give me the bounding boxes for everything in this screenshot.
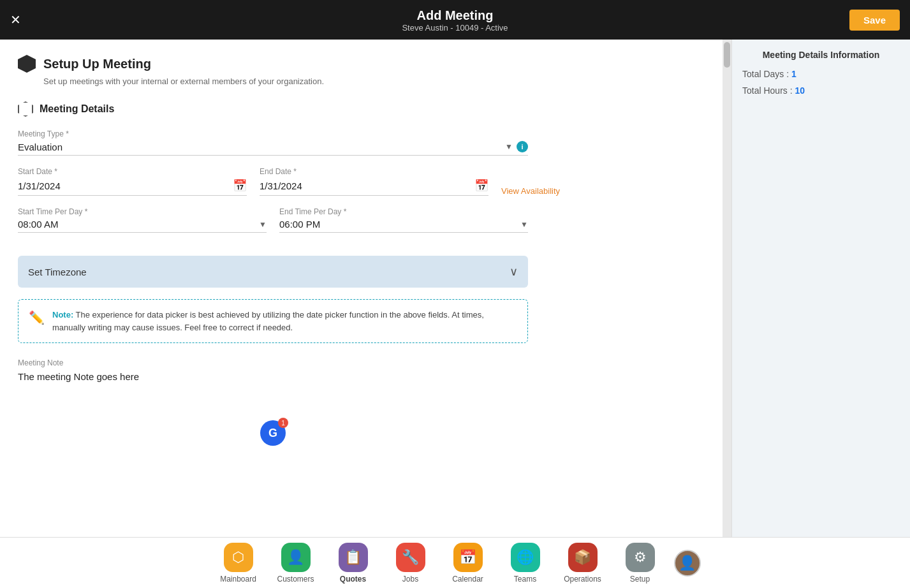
quotes-icon-wrap: 📋 (339, 543, 368, 572)
sidebar-heading: Meeting Details Information (742, 50, 900, 60)
note-text: Note: The experience for data picker is … (52, 309, 517, 334)
total-days-row: Total Days : 1 (742, 69, 900, 79)
setup-title: Setup Up Meeting (43, 57, 151, 71)
nav-item-setup[interactable]: ⚙ Setup (612, 543, 669, 584)
start-date-input[interactable] (18, 180, 229, 191)
right-sidebar: Meeting Details Information Total Days :… (731, 40, 910, 537)
start-time-dropdown-icon: ▼ (259, 220, 267, 229)
grammarly-badge: 1 (278, 418, 288, 428)
setup-label: Setup (630, 575, 650, 584)
customers-label: Customers (277, 575, 314, 584)
timezone-label: Set Timezone (28, 267, 87, 277)
meeting-type-field[interactable]: ▼ i (18, 141, 528, 156)
note-edit-icon: ✏️ (29, 310, 45, 325)
end-date-input[interactable] (260, 180, 471, 191)
operations-icon: 📦 (574, 549, 591, 566)
user-avatar[interactable]: 👤 (674, 550, 701, 577)
meeting-note-value: The meeting Note goes here (18, 371, 528, 382)
hexagon-outline-icon (18, 101, 33, 117)
chevron-down-icon: ∨ (510, 265, 518, 279)
page-subtitle: Steve Austin - 10049 - Active (402, 23, 508, 33)
total-hours-row: Total Hours : 10 (742, 85, 900, 96)
meeting-type-row: Meeting Type * ▼ i (18, 129, 528, 156)
end-time-field[interactable]: ▼ (279, 219, 528, 233)
start-time-label: Start Time Per Day * (18, 207, 267, 216)
meeting-note-section: Meeting Note The meeting Note goes here (18, 358, 705, 382)
start-time-field[interactable]: ▼ (18, 219, 267, 233)
customers-icon: 👤 (287, 549, 304, 566)
end-time-input[interactable] (279, 219, 518, 230)
end-date-label: End Date * (260, 167, 488, 176)
jobs-icon-wrap: 🔧 (396, 543, 425, 572)
info-icon: i (517, 141, 528, 152)
left-panel: Setup Up Meeting Set up meetings with yo… (0, 40, 723, 537)
app-header: ✕ Add Meeting Steve Austin - 10049 - Act… (0, 0, 910, 40)
main-content: Setup Up Meeting Set up meetings with yo… (0, 40, 910, 537)
mainboard-label: Mainboard (220, 575, 256, 584)
total-days-value: 1 (791, 69, 796, 79)
end-date-row: End Date * 📅 (260, 167, 488, 196)
start-date-row: Start Date * 📅 (18, 167, 247, 196)
jobs-label: Jobs (402, 575, 418, 584)
end-time-label: End Time Per Day * (279, 207, 528, 216)
close-button[interactable]: ✕ (10, 13, 21, 26)
end-date-field[interactable]: 📅 (260, 179, 488, 196)
operations-label: Operations (564, 575, 601, 584)
total-hours-label: Total Hours : (742, 85, 793, 96)
nav-item-mainboard[interactable]: ⬡ Mainboard (210, 543, 267, 584)
save-button[interactable]: Save (849, 10, 900, 31)
mainboard-icon-wrap: ⬡ (224, 543, 253, 572)
meeting-details-heading: Meeting Details (18, 101, 705, 117)
note-label: Note: (52, 310, 73, 320)
nav-item-calendar[interactable]: 📅 Calendar (439, 543, 497, 584)
hexagon-filled-icon (18, 55, 36, 73)
start-time-row: Start Time Per Day * ▼ (18, 207, 267, 233)
quotes-icon: 📋 (344, 549, 362, 566)
page-title: Add Meeting (402, 8, 508, 23)
scrollbar[interactable] (723, 40, 731, 537)
setup-icon-wrap: ⚙ (626, 543, 655, 572)
setup-heading-row: Setup Up Meeting (18, 55, 705, 73)
meeting-note-label: Meeting Note (18, 358, 705, 367)
teams-label: Teams (514, 575, 536, 584)
start-time-input[interactable] (18, 219, 256, 230)
calendar-label: Calendar (452, 575, 483, 584)
nav-item-teams[interactable]: 🌐 Teams (497, 543, 554, 584)
time-row: Start Time Per Day * ▼ End Time Per Day … (18, 207, 528, 244)
header-title-block: Add Meeting Steve Austin - 10049 - Activ… (402, 8, 508, 33)
calendar-nav-icon: 📅 (459, 549, 476, 566)
scroll-thumb[interactable] (724, 42, 730, 68)
meeting-details-title: Meeting Details (40, 103, 114, 115)
bottom-navigation: ⬡ Mainboard 👤 Customers 📋 Quotes 🔧 Jobs … (0, 537, 910, 588)
note-body: The experience for data picker is best a… (52, 310, 484, 332)
total-hours-value: 10 (795, 85, 805, 96)
view-availability-link[interactable]: View Availability (501, 167, 560, 196)
jobs-icon: 🔧 (402, 549, 419, 566)
timezone-selector[interactable]: Set Timezone ∨ (18, 256, 528, 288)
calendar-icon-wrap: 📅 (453, 543, 483, 572)
calendar-end-icon[interactable]: 📅 (474, 179, 488, 193)
teams-icon: 🌐 (517, 549, 534, 566)
start-date-label: Start Date * (18, 167, 247, 176)
end-time-row: End Time Per Day * ▼ (279, 207, 528, 233)
calendar-start-icon[interactable]: 📅 (233, 179, 247, 193)
teams-icon-wrap: 🌐 (511, 543, 540, 572)
nav-item-operations[interactable]: 📦 Operations (554, 543, 612, 584)
end-time-dropdown-icon: ▼ (520, 220, 528, 229)
setup-icon: ⚙ (634, 549, 647, 566)
start-date-field[interactable]: 📅 (18, 179, 247, 196)
mainboard-icon: ⬡ (232, 549, 244, 566)
nav-item-quotes[interactable]: 📋 Quotes (325, 543, 382, 584)
quotes-label: Quotes (340, 575, 366, 584)
total-days-label: Total Days : (742, 69, 789, 79)
meeting-type-input[interactable] (18, 142, 503, 152)
nav-item-customers[interactable]: 👤 Customers (267, 543, 325, 584)
note-box: ✏️ Note: The experience for data picker … (18, 299, 528, 343)
operations-icon-wrap: 📦 (568, 543, 598, 572)
grammarly-button[interactable]: G 1 (260, 420, 286, 446)
meeting-type-label: Meeting Type * (18, 129, 528, 138)
dropdown-arrow-icon: ▼ (505, 142, 513, 151)
customers-icon-wrap: 👤 (281, 543, 311, 572)
nav-item-jobs[interactable]: 🔧 Jobs (382, 543, 439, 584)
date-row: Start Date * 📅 End Date * 📅 View Availab (18, 167, 560, 207)
